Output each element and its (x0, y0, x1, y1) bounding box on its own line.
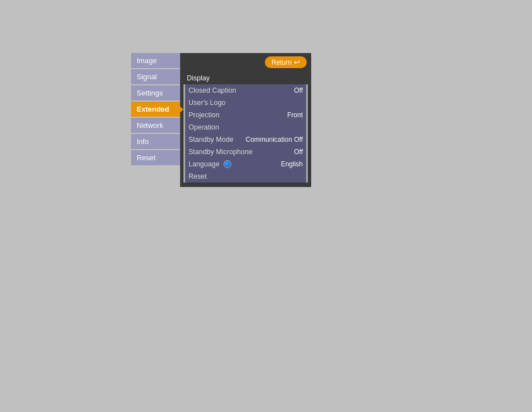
panel-row-language-label: Language (188, 160, 281, 169)
sidebar-item-image[interactable]: Image (131, 53, 180, 68)
panel-row-language-text: Language (188, 160, 220, 168)
panel-row-closed-caption[interactable]: Closed Caption Off (183, 84, 308, 97)
sidebar-label-extended: Extended (137, 105, 170, 113)
panel-row-operation-label: Operation (188, 123, 303, 131)
sidebar-label-signal: Signal (137, 73, 157, 81)
panel-row-standby-mode-value: Communication Off (246, 136, 303, 143)
sidebar-label-image: Image (137, 56, 157, 65)
panel-row-language-value: English (281, 160, 303, 168)
panel-row-standby-microphone[interactable]: Standby Microphone Off (183, 146, 308, 158)
panel-row-language[interactable]: Language English (183, 158, 308, 170)
sidebar-item-reset[interactable]: Reset (131, 150, 180, 165)
panel-row-display[interactable]: Display (183, 72, 308, 84)
return-button[interactable]: Return ↩ (265, 56, 307, 68)
sidebar-item-settings[interactable]: Settings (131, 85, 180, 100)
panel-row-operation[interactable]: Operation (183, 121, 308, 133)
panel-row-standby-microphone-label: Standby Microphone (188, 148, 294, 156)
sidebar-item-signal[interactable]: Signal (131, 69, 180, 84)
panel-row-users-logo-label: User's Logo (188, 99, 303, 107)
panel-row-standby-mode-label: Standby Mode (188, 136, 246, 143)
sidebar-label-network: Network (137, 121, 163, 130)
panel-row-users-logo[interactable]: User's Logo (183, 97, 308, 109)
return-label: Return (272, 59, 292, 66)
panel-row-reset-label: Reset (188, 173, 303, 180)
panel-row-standby-microphone-value: Off (294, 148, 303, 156)
panel-row-standby-mode[interactable]: Standby Mode Communication Off (183, 133, 308, 146)
sidebar: Image Signal Settings Extended Network I… (131, 53, 180, 187)
sidebar-label-reset: Reset (137, 154, 156, 162)
panel-row-projection[interactable]: Projection Front (183, 109, 308, 121)
sidebar-item-info[interactable]: Info (131, 134, 180, 149)
extended-panel: Return ↩ Display Closed Caption Off User… (180, 53, 311, 187)
menu-container: Image Signal Settings Extended Network I… (131, 53, 311, 187)
sidebar-label-settings: Settings (137, 89, 163, 97)
panel-row-closed-caption-value: Off (294, 87, 303, 94)
panel-row-projection-value: Front (287, 111, 303, 119)
panel-row-closed-caption-label: Closed Caption (188, 87, 294, 94)
sidebar-item-network[interactable]: Network (131, 118, 180, 133)
panel-items: Display Closed Caption Off User's Logo P… (180, 72, 311, 183)
return-arrow-icon: ↩ (294, 58, 300, 66)
globe-icon (224, 160, 231, 168)
sidebar-label-info: Info (137, 137, 149, 146)
panel-row-reset[interactable]: Reset (183, 170, 308, 183)
panel-row-projection-label: Projection (188, 111, 287, 119)
sidebar-item-extended[interactable]: Extended (131, 102, 180, 117)
panel-row-display-label: Display (187, 74, 304, 82)
